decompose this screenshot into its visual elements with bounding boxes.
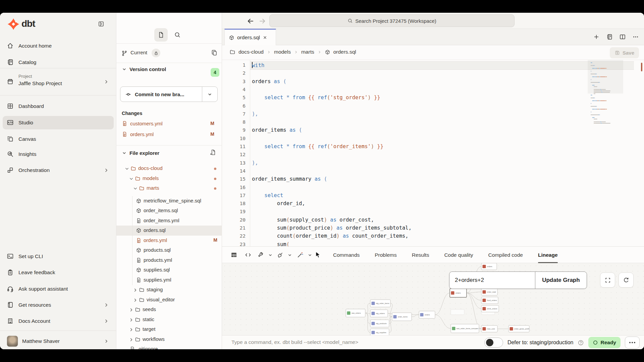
format-options-chevron-icon[interactable] bbox=[285, 249, 294, 261]
sidebar-item-studio[interactable]: Studio bbox=[3, 116, 114, 129]
code-line-16[interactable]: 16 bbox=[222, 184, 644, 192]
sidebar-item-leave-feedback[interactable]: Leave feedback bbox=[3, 266, 114, 279]
more-options-icon[interactable] bbox=[631, 33, 640, 41]
sidebar-item-set-up-cli[interactable]: Set up CLI bbox=[3, 250, 114, 263]
close-tab-icon[interactable] bbox=[263, 35, 267, 40]
breadcrumb-segment[interactable]: docs-cloud bbox=[238, 49, 264, 55]
sidebar-item-account-home[interactable]: Account home bbox=[3, 39, 114, 53]
tree-item-products.yml[interactable]: products.yml bbox=[116, 255, 222, 265]
command-input[interactable]: Type a command, ex. dbt build --select <… bbox=[231, 339, 358, 345]
tree-item-seeds[interactable]: seeds bbox=[116, 305, 222, 315]
panel-tab-results[interactable]: Results bbox=[412, 247, 429, 263]
lineage-node-orders[interactable]: orders bbox=[419, 311, 435, 318]
current-branch-label[interactable]: Current bbox=[130, 50, 147, 55]
tree-item-workflows[interactable]: workflows bbox=[116, 335, 222, 345]
code-line-18[interactable]: 18 order_id, bbox=[222, 200, 644, 208]
breadcrumb-segment[interactable]: models bbox=[274, 49, 291, 55]
code-line-4[interactable]: 4 bbox=[222, 86, 644, 95]
panel-tab-code-quality[interactable]: Code quality bbox=[444, 247, 473, 263]
chevron-right-icon[interactable] bbox=[133, 288, 139, 293]
lineage-node-raw_orders[interactable]: raw_orders bbox=[346, 309, 365, 317]
lineage-node-orders_top[interactable]: orders bbox=[481, 263, 497, 270]
version-control-header[interactable]: Version control bbox=[122, 66, 166, 72]
tree-item-orders.sql[interactable]: orders.sql bbox=[116, 226, 222, 236]
code-line-11[interactable]: 11 select * from {{ ref('order_items') }… bbox=[222, 143, 644, 152]
defer-help-icon[interactable] bbox=[578, 340, 584, 346]
chevron-down-icon[interactable] bbox=[133, 186, 139, 192]
chevron-right-icon[interactable] bbox=[129, 317, 135, 323]
code-line-8[interactable]: 8 bbox=[222, 119, 644, 127]
tree-item-order_items.sql[interactable]: order_items.sql bbox=[116, 206, 222, 216]
panel-tab-commands[interactable]: Commands bbox=[333, 247, 360, 263]
tree-item-metricflow_time_spine.sql[interactable]: metricflow_time_spine.sql bbox=[116, 196, 222, 206]
sidebar-item-jaffle-shop-project[interactable]: Project Jaffle Shop Project bbox=[3, 72, 114, 91]
defer-toggle[interactable] bbox=[484, 338, 503, 348]
results-table-icon[interactable] bbox=[227, 249, 240, 261]
sidebar-item-insights[interactable]: Insights bbox=[3, 147, 114, 161]
sidebar-item-canvas[interactable]: Canvas bbox=[3, 132, 114, 146]
chevron-right-icon[interactable] bbox=[129, 327, 135, 333]
tree-item-static[interactable]: static bbox=[116, 315, 222, 325]
code-preview-icon[interactable] bbox=[240, 249, 256, 261]
code-line-9[interactable]: 9order_items as ( bbox=[222, 127, 644, 135]
code-line-14[interactable]: 14 bbox=[222, 168, 644, 176]
fullscreen-icon[interactable] bbox=[600, 273, 615, 288]
new-tab-icon[interactable] bbox=[592, 33, 601, 41]
panel-tab-problems[interactable]: Problems bbox=[375, 247, 396, 263]
code-line-1[interactable]: 1with bbox=[222, 62, 644, 70]
search-files-button[interactable] bbox=[171, 28, 184, 42]
editor-scrollbar-thumb[interactable] bbox=[641, 63, 642, 71]
code-line-3[interactable]: 3orders as ( bbox=[222, 78, 644, 86]
chevron-right-icon[interactable] bbox=[129, 337, 135, 343]
lineage-node-test_orders[interactable]: test_order_items_compare bbox=[451, 324, 479, 333]
collapse-sidebar-icon[interactable] bbox=[98, 21, 104, 27]
build-options-chevron-icon[interactable] bbox=[266, 249, 275, 261]
tree-item-orders.yml[interactable]: orders.ymlM bbox=[116, 236, 222, 246]
sidebar-item-catalog[interactable]: Catalog bbox=[3, 56, 114, 69]
code-line-2[interactable]: 2 bbox=[222, 70, 644, 78]
commit-options-button[interactable] bbox=[202, 87, 217, 102]
code-line-6[interactable]: 6 bbox=[222, 103, 644, 111]
code-line-20[interactable]: 20 sum(supply_cost) as order_cost, bbox=[222, 217, 644, 225]
update-graph-button[interactable]: Update Graph bbox=[535, 272, 587, 289]
save-button[interactable]: Save bbox=[610, 47, 639, 58]
chevron-right-icon[interactable] bbox=[129, 307, 135, 313]
commit-button[interactable]: Commit to new bra... bbox=[120, 86, 218, 102]
minimap[interactable] bbox=[589, 62, 621, 124]
changed-file-orders.yml[interactable]: orders.yml M bbox=[122, 129, 219, 139]
refresh-icon[interactable] bbox=[619, 273, 634, 288]
code-line-7[interactable]: 7), bbox=[222, 111, 644, 119]
lineage-selector-input[interactable] bbox=[449, 272, 535, 289]
environment-status-badge[interactable]: Ready bbox=[588, 337, 621, 348]
forward-arrow-icon[interactable] bbox=[258, 17, 267, 25]
code-line-5[interactable]: 5 select * from {{ ref('stg_orders') }} bbox=[222, 94, 644, 103]
sidebar-item-dashboard[interactable]: Dashboard bbox=[3, 100, 114, 113]
tree-item-marts[interactable]: marts bbox=[116, 183, 222, 193]
new-file-icon[interactable] bbox=[210, 149, 216, 156]
lineage-node-orders_model[interactable]: orders bbox=[450, 289, 467, 297]
tree-item-.gitignore[interactable]: .gitignore bbox=[116, 344, 222, 349]
lineage-node-stg_orders[interactable]: stg_orders bbox=[370, 310, 388, 317]
tree-item-staging[interactable]: staging bbox=[116, 285, 222, 295]
breadcrumb-segment[interactable]: marts bbox=[301, 49, 314, 55]
changed-file-customers.yml[interactable]: customers.yml M bbox=[122, 119, 219, 128]
tree-item-order_items.yml[interactable]: order_items.yml bbox=[116, 216, 222, 226]
breadcrumb-segment[interactable]: orders.sql bbox=[333, 49, 356, 55]
build-wrench-icon[interactable] bbox=[256, 249, 266, 261]
chevron-right-icon[interactable] bbox=[133, 298, 139, 303]
tree-item-supplies.sql[interactable]: supplies.sql bbox=[116, 265, 222, 275]
lineage-node-max_cost[interactable]: max_cost bbox=[481, 325, 497, 332]
lineage-node-stg_supplies[interactable]: stg_supplies bbox=[370, 329, 389, 335]
status-more-button[interactable] bbox=[625, 337, 640, 349]
code-line-17[interactable]: 17 select bbox=[222, 192, 644, 200]
code-line-22[interactable]: 22 count(order_item_id) as count_order_i… bbox=[222, 233, 644, 241]
project-search-input[interactable]: Search Project 372475 (Workspace) bbox=[269, 14, 515, 27]
files-view-button[interactable] bbox=[154, 28, 168, 42]
lineage-node-stg_order_items[interactable]: stg_order_items bbox=[370, 300, 390, 307]
sidebar-item-orchestration[interactable]: Orchestration bbox=[3, 164, 114, 177]
panel-tab-compiled-code[interactable]: Compiled code bbox=[488, 247, 523, 263]
code-line-12[interactable]: 12 bbox=[222, 151, 644, 160]
code-line-13[interactable]: 13), bbox=[222, 160, 644, 168]
code-editor[interactable]: 1with23orders as (45 select * from {{ re… bbox=[222, 60, 644, 246]
user-menu[interactable]: Matthew Shaver bbox=[3, 334, 114, 349]
